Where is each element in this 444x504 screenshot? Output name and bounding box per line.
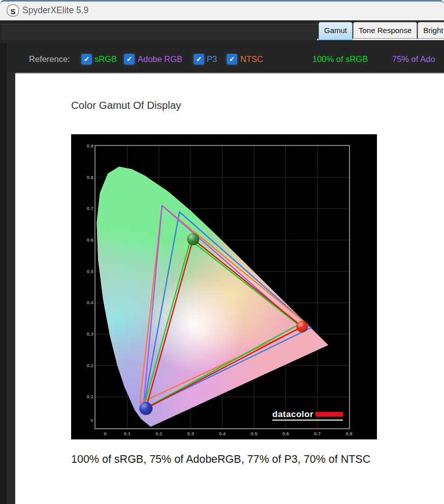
tab-tone-response[interactable]: Tone Response <box>353 22 417 39</box>
y-tick: 0.7 <box>80 205 93 211</box>
report-page: Color Gamut Of Display X0.10.20.30.40.50… <box>15 73 444 504</box>
chromaticity-plot <box>96 146 349 428</box>
datacolor-logo-text: datacolor <box>272 410 313 418</box>
app-window: S SpyderXElite 5.9 Gamut Tone Response B… <box>0 0 444 504</box>
y-tick: 0.4 <box>80 300 93 305</box>
ntsc-label: NTSC <box>240 54 263 64</box>
adobe-rgb-checkbox[interactable]: ✓ <box>124 54 135 65</box>
left-rail-outer <box>0 43 7 504</box>
tab-bar: Gamut Tone Response Bright <box>319 22 444 40</box>
spyder-logo-icon: S <box>7 4 19 17</box>
datacolor-logo: datacolor <box>272 410 343 421</box>
x-tick: 0.6 <box>278 431 293 436</box>
y-axis-label: Y <box>80 418 93 423</box>
x-tick: 0.4 <box>215 431 230 436</box>
y-tick: 0.8 <box>80 174 93 180</box>
y-tick: 0.1 <box>80 394 93 399</box>
adobergb-coverage-text: 75% of Ado <box>392 54 435 64</box>
srgb-label: sRGB <box>94 54 117 64</box>
plot-frame <box>94 145 350 429</box>
chart-title: Color Gamut Of Display <box>71 99 181 111</box>
dark-header: Gamut Tone Response Bright Reference: ✓ … <box>0 20 444 74</box>
tab-brightness[interactable]: Bright <box>418 22 444 39</box>
y-tick: 0.2 <box>80 363 93 368</box>
y-tick: 0.3 <box>80 331 93 337</box>
blue-primary-marker <box>139 402 152 415</box>
p3-label: P3 <box>207 54 217 64</box>
x-tick: 0.8 <box>341 431 357 436</box>
x-tick: 0.3 <box>183 431 198 436</box>
reference-label: Reference: <box>29 54 70 64</box>
x-tick: 0.5 <box>246 431 262 436</box>
gamut-chart: X0.10.20.30.40.50.60.70.8 0.90.80.70.60.… <box>71 134 377 439</box>
tab-gamut[interactable]: Gamut <box>319 22 353 40</box>
window-title: SpyderXElite 5.9 <box>22 5 88 16</box>
srgb-coverage-text: 100% of sRGB <box>312 54 368 64</box>
y-tick: 0.5 <box>80 269 93 274</box>
ntsc-checkbox[interactable]: ✓ <box>227 54 237 65</box>
x-tick: 0.2 <box>151 431 167 436</box>
green-primary-marker <box>187 233 199 245</box>
red-primary-marker <box>296 321 308 333</box>
datacolor-logo-bar <box>315 412 343 417</box>
left-rail-inner <box>7 73 15 504</box>
x-tick: 0.7 <box>310 431 325 436</box>
srgb-checkbox[interactable]: ✓ <box>81 54 92 65</box>
y-tick: 0.6 <box>80 237 93 243</box>
adobe-rgb-label: Adobe RGB <box>138 54 182 64</box>
x-axis-label: X <box>98 431 113 436</box>
title-bar[interactable]: S SpyderXElite 5.9 <box>0 0 444 20</box>
p3-checkbox[interactable]: ✓ <box>194 54 204 65</box>
y-tick: 0.9 <box>80 143 93 149</box>
coverage-summary: 100% of sRGB, 75% of AdobeRGB, 77% of P3… <box>71 453 370 466</box>
x-tick: 0.1 <box>119 431 135 436</box>
